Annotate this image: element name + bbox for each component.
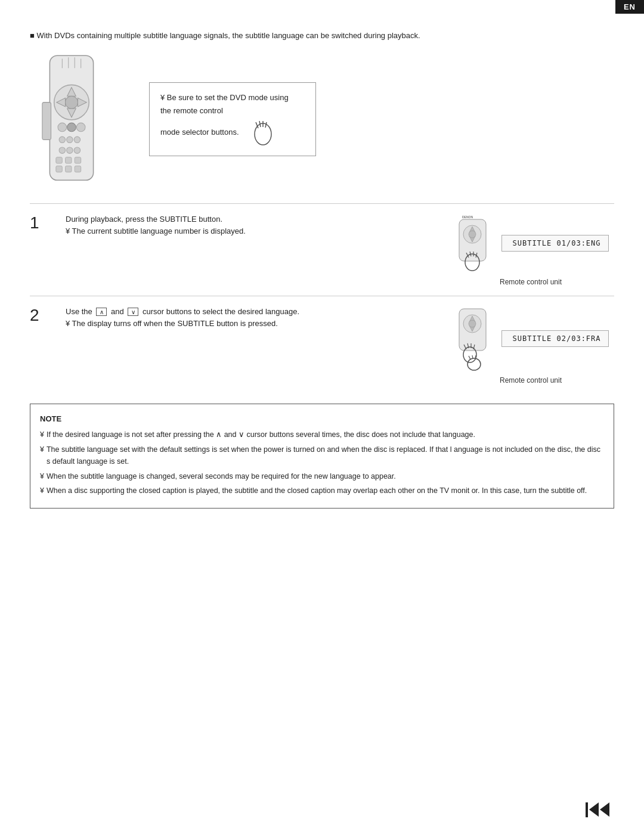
note-title: NOTE bbox=[40, 413, 604, 425]
intro-text: With DVDs containing multiple subtitle l… bbox=[30, 30, 614, 42]
svg-point-37 bbox=[469, 231, 476, 238]
step2-number: 2 bbox=[30, 307, 54, 324]
step2-visual-row: SUBTITLE 02/03:FRA bbox=[453, 306, 609, 371]
bottom-nav bbox=[584, 799, 614, 822]
cursor-down-icon: ∨ bbox=[128, 308, 138, 316]
svg-rect-21 bbox=[56, 157, 62, 163]
step2-visual: SUBTITLE 02/03:FRA Remote control unit bbox=[447, 306, 614, 385]
step1-visual: DENON bbox=[447, 213, 614, 286]
svg-marker-59 bbox=[600, 802, 609, 817]
en-badge: EN bbox=[615, 0, 644, 14]
dvd-note-line1: ¥ Be sure to set the DVD mode using bbox=[160, 91, 305, 104]
step2-content: Use the ∧ and ∨ cursor buttons to select… bbox=[66, 306, 435, 331]
svg-text:DENON: DENON bbox=[462, 215, 473, 219]
note-item-4: ¥ When a disc supporting the closed capt… bbox=[40, 485, 604, 497]
step2-section: 2 Use the ∧ and ∨ cursor buttons to sele… bbox=[30, 296, 614, 394]
step2-main-text: Use the ∧ and ∨ cursor buttons to select… bbox=[66, 306, 435, 318]
step1-remote-label: Remote control unit bbox=[500, 278, 562, 286]
note-item-2: ¥ The subtitle language set with the def… bbox=[40, 444, 604, 468]
svg-point-20 bbox=[74, 147, 80, 153]
dvd-note-line2: the remote control bbox=[160, 104, 305, 117]
hand-icon bbox=[245, 117, 275, 147]
step1-note-text: ¥ The current subtitle language number i… bbox=[66, 225, 435, 238]
top-illustration: ¥ Be sure to set the DVD mode using the … bbox=[30, 52, 614, 191]
step1-subtitle-display: SUBTITLE 01/03:ENG bbox=[501, 235, 609, 252]
svg-marker-58 bbox=[589, 802, 599, 817]
step1-number: 1 bbox=[30, 215, 54, 231]
svg-point-17 bbox=[74, 137, 80, 142]
step2-remote-label: Remote control unit bbox=[500, 376, 562, 385]
svg-line-31 bbox=[265, 122, 267, 128]
step1-section: 1 During playback, press the SUBTITLE bu… bbox=[30, 203, 614, 296]
svg-rect-26 bbox=[75, 166, 80, 172]
step1-visual-row: DENON bbox=[453, 213, 609, 273]
step2-remote-svg bbox=[453, 306, 492, 371]
step2-subtitle-display: SUBTITLE 02/03:FRA bbox=[501, 330, 609, 347]
dvd-note-box: ¥ Be sure to set the DVD mode using the … bbox=[149, 82, 316, 156]
step1-main-text: During playback, press the SUBTITLE butt… bbox=[66, 213, 435, 226]
svg-rect-23 bbox=[75, 157, 80, 163]
note-item-1: ¥ If the desired language is not set aft… bbox=[40, 429, 604, 441]
svg-line-29 bbox=[259, 121, 261, 127]
remote-svg bbox=[30, 52, 113, 190]
svg-point-13 bbox=[67, 123, 76, 132]
remote-control-illustration bbox=[30, 52, 131, 191]
svg-point-47 bbox=[469, 320, 476, 327]
svg-point-15 bbox=[59, 137, 65, 142]
svg-rect-5 bbox=[42, 102, 51, 139]
svg-rect-22 bbox=[66, 157, 72, 163]
dvd-note-line3: mode selector buttons. bbox=[160, 126, 239, 139]
svg-rect-24 bbox=[56, 166, 62, 172]
cursor-up-icon: ∧ bbox=[96, 308, 107, 316]
note-box: NOTE ¥ If the desired language is not se… bbox=[30, 404, 614, 509]
svg-point-12 bbox=[58, 123, 67, 132]
step2-note: ¥ The display turns off when the SUBTITL… bbox=[66, 318, 435, 330]
note-item-3: ¥ When the subtitle language is changed,… bbox=[40, 470, 604, 483]
svg-point-11 bbox=[66, 96, 78, 108]
svg-point-14 bbox=[76, 123, 85, 132]
svg-point-16 bbox=[67, 137, 73, 142]
step2-and: and bbox=[111, 307, 124, 316]
step1-remote-stack: DENON bbox=[453, 213, 492, 273]
svg-line-54 bbox=[469, 356, 470, 359]
svg-point-19 bbox=[67, 147, 73, 153]
main-content: With DVDs containing multiple subtitle l… bbox=[30, 18, 614, 804]
svg-point-18 bbox=[59, 147, 65, 153]
nav-icon bbox=[584, 799, 614, 820]
step1-remote-svg: DENON bbox=[453, 213, 492, 273]
step2-remote-stack bbox=[453, 306, 492, 371]
step2-text-use: Use the bbox=[66, 307, 92, 316]
svg-rect-25 bbox=[66, 166, 72, 172]
step2-text-rest: cursor buttons to select the desired lan… bbox=[143, 307, 299, 316]
svg-rect-57 bbox=[586, 802, 588, 817]
step1-content: During playback, press the SUBTITLE butt… bbox=[66, 213, 435, 238]
